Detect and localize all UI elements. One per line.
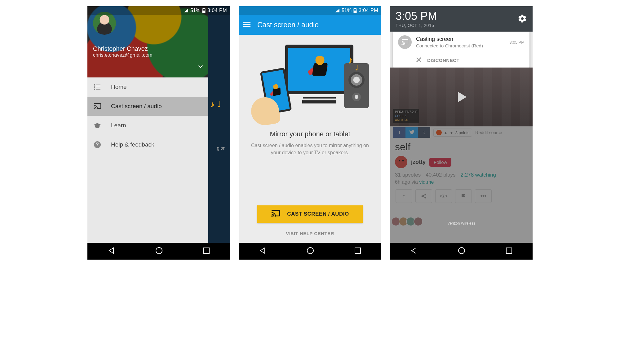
svg-point-5 [94,86,95,88]
svg-rect-13 [204,248,209,253]
byline: jzotty Follow [395,156,528,168]
avatar[interactable] [93,12,116,35]
phone-in-hand-icon [251,69,291,122]
home-button[interactable] [155,247,163,256]
drawer-header[interactable]: Christopher Chavez chris.e.chavez@gmail.… [87,6,208,77]
recents-button[interactable] [203,247,210,256]
share-button[interactable] [415,189,432,203]
svg-rect-2 [203,8,205,9]
gear-icon[interactable] [518,14,527,24]
upvote-button[interactable]: ↑ [396,189,412,203]
cast-body: ♪♩ Mirror your phone or tablet Cast scre… [239,35,381,243]
watching: 2,278 watching [461,172,496,178]
hamburger-icon[interactable] [243,21,250,29]
back-button[interactable] [259,247,267,256]
learn-icon [93,122,102,129]
reddit-source[interactable]: Reddit source [475,130,502,135]
close-icon [416,57,422,64]
downvote-icon[interactable]: ▼ [450,130,454,135]
drawer-item-learn[interactable]: Learn [87,116,208,135]
recents-button[interactable] [354,247,361,256]
drawer-item-cast[interactable]: Cast screen / audio [87,97,208,116]
svg-point-3 [94,84,95,86]
help-center-link[interactable]: VISIT HELP CENTER [286,231,334,236]
more-button[interactable]: ••• [475,189,492,203]
carrier-label: Verizon Wireless [390,221,533,226]
battery-percent: 51% [190,8,200,13]
user-avatar[interactable] [395,156,407,168]
follow-button[interactable]: Follow [429,158,451,167]
chevron-down-icon[interactable] [198,64,203,69]
status-time: 3:04 PM [359,8,378,13]
drawer-item-home[interactable]: Home [87,77,208,97]
social-row: f t ▲ ▼ 3 points Reddit source [390,126,533,139]
svg-point-23 [401,44,403,45]
svg-rect-1 [202,11,205,13]
svg-point-12 [156,248,162,254]
username[interactable]: jzotty [411,159,426,165]
drawer-item-help[interactable]: ? Help & feedback [87,135,208,154]
score-overlay: PERALTA 7.2 IP COL 1 5 ARI 0 2-0 [393,109,419,123]
svg-rect-17 [243,22,250,23]
nav-bar [390,243,533,260]
appbar-title: Cast screen / audio [257,21,319,29]
reddit-badge[interactable]: ▲ ▼ 3 points [433,129,472,137]
back-button[interactable] [107,247,115,256]
screenshot-cast-page: 51% 3:04 PM Cast screen / audio [239,6,381,260]
underlying-app: PERALTA 7.2 IP COL 1 5 ARI 0 2-0 f t ▲ ▼… [390,68,533,243]
app-bar: Cast screen / audio [239,15,381,35]
nav-bar [87,243,230,260]
tv-icon [285,45,353,94]
twitter-button[interactable] [405,127,418,138]
nav-bar [239,243,381,260]
background-hint: ♪ ♩ [210,99,226,112]
post-stats: 31 upvotes 40,402 plays 2,278 watching [395,172,528,178]
casting-notification[interactable]: Casting screen Connected to Chromecast (… [393,32,529,68]
reddit-points: 3 points [455,130,470,135]
back-button[interactable] [410,247,418,256]
cast-button-label: CAST SCREEN / AUDIO [287,211,349,217]
notification-shade-header[interactable]: 3:05 PM THU, OCT 1, 2015 [390,6,533,32]
play-icon[interactable] [453,88,470,106]
svg-rect-8 [96,89,100,90]
svg-rect-6 [96,87,100,87]
svg-point-20 [271,215,272,217]
svg-point-21 [307,248,313,254]
notif-time: 3:05 PM [510,40,525,45]
shade-date: THU, OCT 1, 2015 [396,23,518,28]
cast-headline: Mirror your phone or tablet [270,130,350,138]
svg-point-9 [94,108,95,109]
battery-icon [353,8,357,13]
upvotes: 31 upvotes [395,172,421,178]
cast-button[interactable]: CAST SCREEN / AUDIO [257,205,363,223]
recents-button[interactable] [505,247,513,256]
cast-icon [271,210,280,219]
reddit-icon [436,130,442,135]
music-notes-icon: ♪♩ [348,54,356,66]
user-email: chris.e.chavez@gmail.com [93,52,203,58]
drawer-item-label: Help & feedback [111,141,154,148]
embed-button[interactable]: </> [435,189,452,203]
disconnect-action[interactable]: DISCONNECT [398,53,525,68]
svg-rect-19 [243,26,250,27]
home-button[interactable] [458,247,466,256]
cast-icon [398,35,412,49]
svg-point-27 [458,248,465,254]
post-body: self jzotty Follow 31 upvotes 40,402 pla… [390,139,533,204]
home-button[interactable] [306,247,314,256]
status-time: 3:04 PM [207,8,227,13]
post-actions: ↑ </> ••• [395,189,528,203]
source-link[interactable]: vid.me [419,179,434,185]
upvote-icon[interactable]: ▲ [444,130,448,135]
video-player[interactable]: PERALTA 7.2 IP COL 1 5 ARI 0 2-0 [390,68,533,126]
facebook-button[interactable]: f [393,127,405,138]
notif-subtitle: Connected to Chromecast (Red) [416,43,505,48]
cast-icon [93,103,102,110]
post-meta: 6h ago via vid.me [395,179,528,185]
notif-title: Casting screen [416,36,505,42]
flag-button[interactable] [455,189,472,203]
tumblr-button[interactable]: t [418,127,430,138]
svg-text:?: ? [96,142,99,147]
background-text-hint: g on [217,146,225,151]
cast-description: Cast screen / audio enables you to mirro… [251,142,369,156]
